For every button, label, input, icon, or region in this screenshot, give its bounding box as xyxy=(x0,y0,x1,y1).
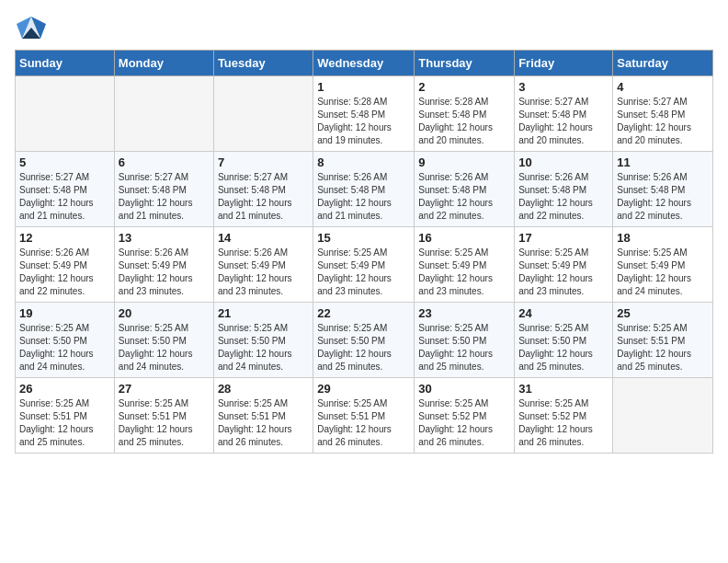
day-cell: 6Sunrise: 5:27 AM Sunset: 5:48 PM Daylig… xyxy=(114,152,213,227)
day-cell: 24Sunrise: 5:25 AM Sunset: 5:50 PM Dayli… xyxy=(515,303,613,378)
day-info: Sunrise: 5:25 AM Sunset: 5:50 PM Dayligh… xyxy=(518,322,609,373)
day-cell: 9Sunrise: 5:26 AM Sunset: 5:48 PM Daylig… xyxy=(415,152,515,227)
day-cell: 26Sunrise: 5:25 AM Sunset: 5:51 PM Dayli… xyxy=(16,378,115,454)
day-cell: 1Sunrise: 5:28 AM Sunset: 5:48 PM Daylig… xyxy=(313,76,415,152)
day-cell: 22Sunrise: 5:25 AM Sunset: 5:50 PM Dayli… xyxy=(313,303,415,378)
day-info: Sunrise: 5:25 AM Sunset: 5:50 PM Dayligh… xyxy=(119,322,210,373)
day-cell: 31Sunrise: 5:25 AM Sunset: 5:52 PM Dayli… xyxy=(515,378,613,454)
day-info: Sunrise: 5:25 AM Sunset: 5:50 PM Dayligh… xyxy=(19,322,110,373)
day-number: 29 xyxy=(317,382,410,396)
day-info: Sunrise: 5:27 AM Sunset: 5:48 PM Dayligh… xyxy=(518,96,609,147)
day-number: 20 xyxy=(119,306,210,320)
weekday-header-row: SundayMondayTuesdayWednesdayThursdayFrid… xyxy=(16,51,713,76)
page: SundayMondayTuesdayWednesdayThursdayFrid… xyxy=(0,0,728,468)
calendar-table: SundayMondayTuesdayWednesdayThursdayFrid… xyxy=(15,50,713,454)
day-cell: 25Sunrise: 5:25 AM Sunset: 5:51 PM Dayli… xyxy=(613,303,713,378)
weekday-sunday: Sunday xyxy=(16,51,115,76)
day-cell xyxy=(213,76,313,152)
logo xyxy=(15,15,51,40)
day-cell: 7Sunrise: 5:27 AM Sunset: 5:48 PM Daylig… xyxy=(213,152,313,227)
day-cell: 8Sunrise: 5:26 AM Sunset: 5:48 PM Daylig… xyxy=(313,152,415,227)
day-number: 17 xyxy=(518,231,609,245)
weekday-saturday: Saturday xyxy=(613,51,713,76)
day-number: 8 xyxy=(317,155,410,169)
day-info: Sunrise: 5:25 AM Sunset: 5:49 PM Dayligh… xyxy=(617,247,709,298)
day-info: Sunrise: 5:25 AM Sunset: 5:52 PM Dayligh… xyxy=(518,397,609,449)
day-cell: 21Sunrise: 5:25 AM Sunset: 5:50 PM Dayli… xyxy=(213,303,313,378)
day-info: Sunrise: 5:26 AM Sunset: 5:48 PM Dayligh… xyxy=(418,171,510,223)
day-number: 9 xyxy=(418,155,510,169)
day-cell: 11Sunrise: 5:26 AM Sunset: 5:48 PM Dayli… xyxy=(613,152,713,227)
day-info: Sunrise: 5:25 AM Sunset: 5:49 PM Dayligh… xyxy=(418,247,510,298)
day-number: 13 xyxy=(119,231,210,245)
day-number: 11 xyxy=(617,155,709,169)
day-number: 3 xyxy=(518,80,609,94)
day-number: 22 xyxy=(317,306,410,320)
day-number: 19 xyxy=(19,306,110,320)
day-info: Sunrise: 5:28 AM Sunset: 5:48 PM Dayligh… xyxy=(418,96,510,147)
day-number: 1 xyxy=(317,80,410,94)
logo-icon xyxy=(15,15,48,40)
day-number: 10 xyxy=(518,155,609,169)
day-cell: 5Sunrise: 5:27 AM Sunset: 5:48 PM Daylig… xyxy=(16,152,115,227)
day-cell xyxy=(613,378,713,454)
day-number: 15 xyxy=(317,231,410,245)
day-info: Sunrise: 5:28 AM Sunset: 5:48 PM Dayligh… xyxy=(317,96,410,147)
day-cell xyxy=(114,76,213,152)
day-number: 30 xyxy=(418,382,510,396)
day-number: 28 xyxy=(218,382,309,396)
day-number: 12 xyxy=(19,231,110,245)
day-cell: 4Sunrise: 5:27 AM Sunset: 5:48 PM Daylig… xyxy=(613,76,713,152)
day-number: 25 xyxy=(617,306,709,320)
day-cell: 20Sunrise: 5:25 AM Sunset: 5:50 PM Dayli… xyxy=(114,303,213,378)
day-number: 16 xyxy=(418,231,510,245)
day-info: Sunrise: 5:25 AM Sunset: 5:49 PM Dayligh… xyxy=(317,247,410,298)
weekday-tuesday: Tuesday xyxy=(213,51,313,76)
day-info: Sunrise: 5:25 AM Sunset: 5:51 PM Dayligh… xyxy=(617,322,709,373)
day-info: Sunrise: 5:25 AM Sunset: 5:51 PM Dayligh… xyxy=(317,397,410,449)
day-info: Sunrise: 5:25 AM Sunset: 5:50 PM Dayligh… xyxy=(317,322,410,373)
day-info: Sunrise: 5:25 AM Sunset: 5:49 PM Dayligh… xyxy=(518,247,609,298)
day-cell: 16Sunrise: 5:25 AM Sunset: 5:49 PM Dayli… xyxy=(415,227,515,303)
day-info: Sunrise: 5:26 AM Sunset: 5:48 PM Dayligh… xyxy=(518,171,609,223)
week-row-2: 5Sunrise: 5:27 AM Sunset: 5:48 PM Daylig… xyxy=(16,152,713,227)
day-number: 26 xyxy=(19,382,110,396)
day-info: Sunrise: 5:26 AM Sunset: 5:48 PM Dayligh… xyxy=(617,171,709,223)
day-cell: 27Sunrise: 5:25 AM Sunset: 5:51 PM Dayli… xyxy=(114,378,213,454)
day-info: Sunrise: 5:27 AM Sunset: 5:48 PM Dayligh… xyxy=(19,171,110,223)
day-cell: 23Sunrise: 5:25 AM Sunset: 5:50 PM Dayli… xyxy=(415,303,515,378)
day-info: Sunrise: 5:27 AM Sunset: 5:48 PM Dayligh… xyxy=(617,96,709,147)
day-number: 21 xyxy=(218,306,309,320)
day-cell: 17Sunrise: 5:25 AM Sunset: 5:49 PM Dayli… xyxy=(515,227,613,303)
day-cell: 15Sunrise: 5:25 AM Sunset: 5:49 PM Dayli… xyxy=(313,227,415,303)
header xyxy=(15,15,713,40)
week-row-5: 26Sunrise: 5:25 AM Sunset: 5:51 PM Dayli… xyxy=(16,378,713,454)
day-number: 7 xyxy=(218,155,309,169)
day-number: 14 xyxy=(218,231,309,245)
day-number: 27 xyxy=(119,382,210,396)
day-info: Sunrise: 5:25 AM Sunset: 5:50 PM Dayligh… xyxy=(218,322,309,373)
day-number: 4 xyxy=(617,80,709,94)
day-number: 6 xyxy=(119,155,210,169)
day-cell: 14Sunrise: 5:26 AM Sunset: 5:49 PM Dayli… xyxy=(213,227,313,303)
weekday-friday: Friday xyxy=(515,51,613,76)
day-number: 18 xyxy=(617,231,709,245)
day-cell: 19Sunrise: 5:25 AM Sunset: 5:50 PM Dayli… xyxy=(16,303,115,378)
weekday-wednesday: Wednesday xyxy=(313,51,415,76)
day-cell: 3Sunrise: 5:27 AM Sunset: 5:48 PM Daylig… xyxy=(515,76,613,152)
weekday-thursday: Thursday xyxy=(415,51,515,76)
week-row-3: 12Sunrise: 5:26 AM Sunset: 5:49 PM Dayli… xyxy=(16,227,713,303)
day-number: 23 xyxy=(418,306,510,320)
day-info: Sunrise: 5:26 AM Sunset: 5:48 PM Dayligh… xyxy=(317,171,410,223)
day-info: Sunrise: 5:25 AM Sunset: 5:51 PM Dayligh… xyxy=(119,397,210,449)
day-cell: 29Sunrise: 5:25 AM Sunset: 5:51 PM Dayli… xyxy=(313,378,415,454)
week-row-1: 1Sunrise: 5:28 AM Sunset: 5:48 PM Daylig… xyxy=(16,76,713,152)
day-info: Sunrise: 5:27 AM Sunset: 5:48 PM Dayligh… xyxy=(119,171,210,223)
day-info: Sunrise: 5:26 AM Sunset: 5:49 PM Dayligh… xyxy=(119,247,210,298)
day-info: Sunrise: 5:25 AM Sunset: 5:51 PM Dayligh… xyxy=(218,397,309,449)
day-cell: 10Sunrise: 5:26 AM Sunset: 5:48 PM Dayli… xyxy=(515,152,613,227)
day-info: Sunrise: 5:26 AM Sunset: 5:49 PM Dayligh… xyxy=(218,247,309,298)
day-number: 2 xyxy=(418,80,510,94)
day-cell: 30Sunrise: 5:25 AM Sunset: 5:52 PM Dayli… xyxy=(415,378,515,454)
day-info: Sunrise: 5:26 AM Sunset: 5:49 PM Dayligh… xyxy=(19,247,110,298)
